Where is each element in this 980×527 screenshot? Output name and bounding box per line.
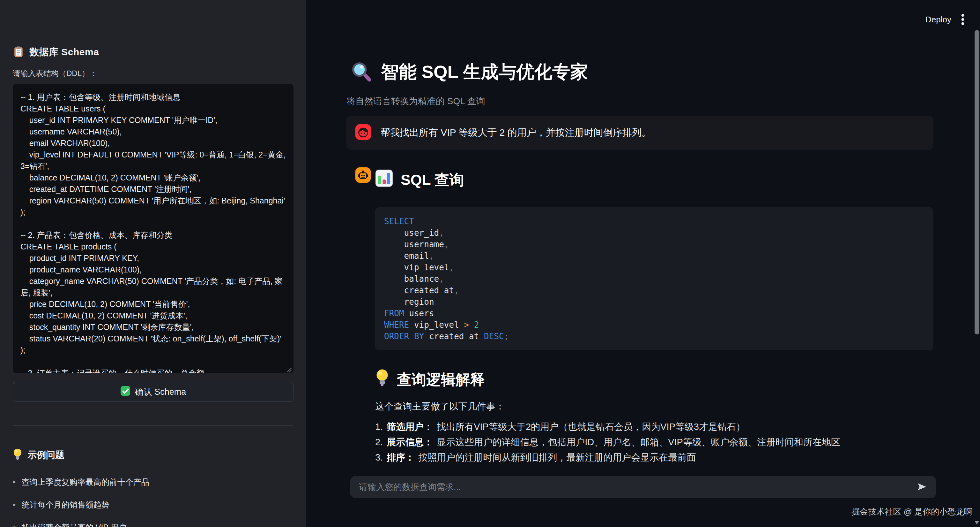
scrollbar-down-arrow-icon[interactable] bbox=[975, 521, 979, 524]
explain-section-heading: 查询逻辑解释 bbox=[375, 368, 934, 391]
topbar: Deploy bbox=[306, 0, 980, 29]
composer-bar bbox=[350, 476, 936, 498]
code-line: WHERE vip_level > 2 bbox=[384, 319, 924, 331]
example-question: •找出消费金额最高的 VIP 用户 bbox=[13, 522, 293, 527]
clipboard-icon bbox=[13, 46, 24, 59]
magnifying-glass-icon bbox=[351, 61, 372, 83]
explain-section-title: 查询逻辑解释 bbox=[397, 370, 485, 390]
code-line: region bbox=[384, 296, 924, 308]
code-line: created_at, bbox=[384, 284, 924, 296]
robot-avatar-icon bbox=[355, 168, 371, 467]
code-line: username, bbox=[384, 239, 924, 250]
sidebar-title: 数据库 Schema bbox=[29, 46, 99, 59]
app-title-row: 智能 SQL 生成与优化专家 bbox=[347, 60, 934, 84]
code-line: email, bbox=[384, 250, 924, 262]
code-line: FROM users bbox=[384, 308, 924, 319]
user-message: 帮我找出所有 VIP 等级大于 2 的用户，并按注册时间倒序排列。 bbox=[347, 116, 934, 150]
main-area: Deploy bbox=[306, 0, 980, 527]
confirm-schema-button[interactable]: 确认 Schema bbox=[13, 382, 293, 402]
explain-item: 2.展示信息：显示这些用户的详细信息，包括用户ID、用户名、邮箱、VIP等级、账… bbox=[375, 434, 934, 450]
window-scrollbar-thumb[interactable] bbox=[975, 30, 979, 334]
bullet-icon: • bbox=[13, 476, 16, 488]
bulb-icon bbox=[375, 368, 389, 391]
chat-content: 智能 SQL 生成与优化专家 将自然语言转换为精准的 SQL 查询 帮我找出所 bbox=[347, 60, 934, 467]
assistant-body: SQL 查询 SELECT user_id, username, email, … bbox=[375, 168, 934, 467]
example-question: •统计每个月的销售额趋势 bbox=[13, 499, 293, 510]
examples-list: •查询上季度复购率最高的前十个产品•统计每个月的销售额趋势•找出消费金额最高的 … bbox=[13, 476, 293, 527]
bullet-icon: • bbox=[13, 522, 16, 527]
example-question: •查询上季度复购率最高的前十个产品 bbox=[13, 476, 293, 488]
app-window: 数据库 Schema 请输入表结构（DDL）： -- 1. 用户表：包含等级、注… bbox=[0, 0, 980, 527]
explain-list: 1.筛选用户：找出所有VIP等级大于2的用户（也就是钻石会员，因为VIP等级3才… bbox=[375, 419, 934, 465]
chat-scroll-region: Deploy bbox=[306, 0, 980, 467]
page-subtitle: 将自然语言转换为精准的 SQL 查询 bbox=[347, 95, 934, 107]
send-arrow-icon bbox=[916, 481, 928, 493]
footer-credit: 掘金技术社区 @ 是你的小恐龙啊 bbox=[851, 506, 972, 517]
sql-code-block: SELECT user_id, username, email, vip_lev… bbox=[375, 207, 934, 350]
user-message-text: 帮我找出所有 VIP 等级大于 2 的用户，并按注册时间倒序排列。 bbox=[380, 126, 651, 139]
code-line: user_id, bbox=[384, 227, 924, 239]
code-line: balance, bbox=[384, 273, 924, 284]
sql-section-title: SQL 查询 bbox=[401, 170, 464, 190]
ddl-textarea[interactable]: -- 1. 用户表：包含等级、注册时间和地域信息 CREATE TABLE us… bbox=[13, 84, 293, 373]
send-button[interactable] bbox=[916, 481, 928, 493]
explain-item: 1.筛选用户：找出所有VIP等级大于2的用户（也就是钻石会员，因为VIP等级3才… bbox=[375, 419, 934, 434]
assistant-message: SQL 查询 SELECT user_id, username, email, … bbox=[347, 168, 934, 467]
bullet-icon: • bbox=[13, 499, 16, 510]
sidebar-divider bbox=[13, 425, 293, 426]
schema-header: 数据库 Schema bbox=[13, 0, 293, 59]
code-line: ORDER BY created_at DESC; bbox=[384, 331, 924, 342]
user-avatar-icon bbox=[355, 124, 371, 141]
explain-item: 3.排序：按照用户的注册时间从新到旧排列，最新注册的用户会显示在最前面 bbox=[375, 450, 934, 465]
examples-header: 示例问题 bbox=[13, 448, 293, 462]
query-input[interactable] bbox=[359, 482, 910, 492]
explain-intro: 这个查询主要做了以下几件事： bbox=[375, 401, 934, 412]
confirm-schema-label: 确认 Schema bbox=[135, 386, 186, 398]
sql-section-heading: SQL 查询 bbox=[375, 169, 934, 191]
ddl-label: 请输入表结构（DDL）： bbox=[13, 69, 293, 78]
kebab-menu-icon[interactable] bbox=[961, 13, 965, 26]
code-line: vip_level, bbox=[384, 262, 924, 273]
textarea-resize-handle[interactable] bbox=[286, 367, 291, 525]
schema-sidebar: 数据库 Schema 请输入表结构（DDL）： -- 1. 用户表：包含等级、注… bbox=[0, 0, 306, 527]
page-title: 智能 SQL 生成与优化专家 bbox=[381, 60, 588, 84]
code-line: SELECT bbox=[384, 216, 924, 227]
examples-title: 示例问题 bbox=[27, 449, 64, 462]
bar-chart-icon bbox=[375, 169, 393, 191]
deploy-button[interactable]: Deploy bbox=[926, 15, 951, 25]
bulb-icon bbox=[13, 448, 22, 462]
check-mark-icon bbox=[120, 386, 130, 398]
